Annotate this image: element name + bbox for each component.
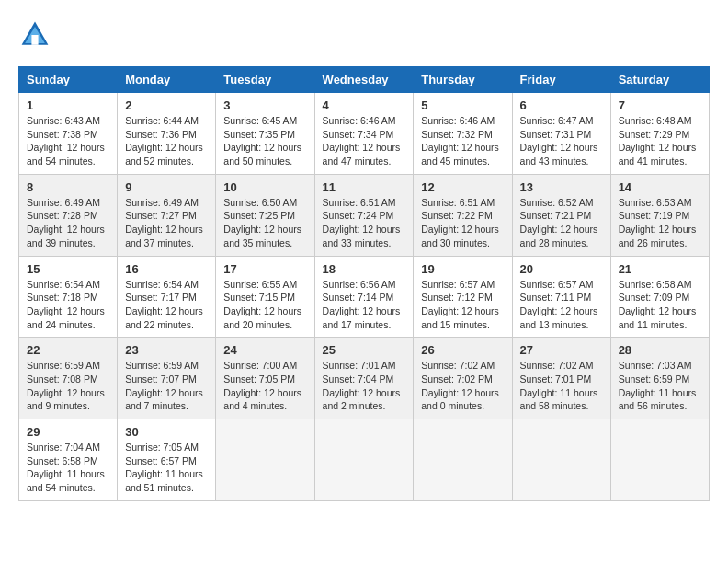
weekday-header-sunday: Sunday bbox=[19, 67, 118, 93]
calendar-cell bbox=[610, 419, 709, 501]
logo bbox=[18, 18, 57, 52]
day-number: 3 bbox=[223, 98, 306, 112]
weekday-header-row: SundayMondayTuesdayWednesdayThursdayFrid… bbox=[19, 67, 710, 93]
day-info: Sunrise: 7:03 AM Sunset: 6:59 PM Dayligh… bbox=[619, 359, 701, 413]
day-number: 17 bbox=[223, 262, 306, 276]
day-info: Sunrise: 6:49 AM Sunset: 7:28 PM Dayligh… bbox=[27, 196, 109, 250]
day-number: 26 bbox=[421, 343, 504, 357]
calendar-cell bbox=[512, 419, 610, 501]
day-info: Sunrise: 7:02 AM Sunset: 7:02 PM Dayligh… bbox=[421, 359, 504, 413]
day-info: Sunrise: 6:54 AM Sunset: 7:18 PM Dayligh… bbox=[27, 278, 109, 332]
day-info: Sunrise: 6:51 AM Sunset: 7:22 PM Dayligh… bbox=[421, 196, 504, 250]
calendar-cell: 21Sunrise: 6:58 AM Sunset: 7:09 PM Dayli… bbox=[610, 256, 709, 338]
calendar-cell bbox=[314, 419, 414, 501]
weekday-header-thursday: Thursday bbox=[414, 67, 512, 93]
calendar-cell: 3Sunrise: 6:45 AM Sunset: 7:35 PM Daylig… bbox=[216, 93, 314, 175]
day-number: 5 bbox=[421, 98, 504, 112]
day-number: 20 bbox=[520, 262, 603, 276]
day-number: 21 bbox=[619, 262, 701, 276]
calendar-cell: 17Sunrise: 6:55 AM Sunset: 7:15 PM Dayli… bbox=[216, 256, 314, 338]
day-info: Sunrise: 6:57 AM Sunset: 7:12 PM Dayligh… bbox=[421, 278, 504, 332]
calendar-cell: 10Sunrise: 6:50 AM Sunset: 7:25 PM Dayli… bbox=[216, 174, 314, 256]
day-number: 8 bbox=[27, 180, 109, 194]
day-number: 25 bbox=[323, 343, 406, 357]
calendar-week-row: 15Sunrise: 6:54 AM Sunset: 7:18 PM Dayli… bbox=[19, 256, 710, 338]
day-number: 30 bbox=[125, 425, 208, 439]
day-info: Sunrise: 6:45 AM Sunset: 7:35 PM Dayligh… bbox=[223, 114, 306, 168]
calendar-cell: 16Sunrise: 6:54 AM Sunset: 7:17 PM Dayli… bbox=[118, 256, 216, 338]
calendar-cell: 4Sunrise: 6:46 AM Sunset: 7:34 PM Daylig… bbox=[314, 93, 414, 175]
day-info: Sunrise: 6:46 AM Sunset: 7:32 PM Dayligh… bbox=[421, 114, 504, 168]
day-info: Sunrise: 6:51 AM Sunset: 7:24 PM Dayligh… bbox=[323, 196, 406, 250]
calendar-cell bbox=[414, 419, 512, 501]
weekday-header-monday: Monday bbox=[118, 67, 216, 93]
day-info: Sunrise: 6:59 AM Sunset: 7:07 PM Dayligh… bbox=[125, 359, 208, 413]
calendar-header: SundayMondayTuesdayWednesdayThursdayFrid… bbox=[19, 67, 710, 93]
calendar-cell: 22Sunrise: 6:59 AM Sunset: 7:08 PM Dayli… bbox=[19, 338, 118, 419]
calendar-week-row: 8Sunrise: 6:49 AM Sunset: 7:28 PM Daylig… bbox=[19, 174, 710, 256]
calendar-cell: 29Sunrise: 7:04 AM Sunset: 6:58 PM Dayli… bbox=[19, 419, 118, 501]
day-number: 22 bbox=[27, 343, 109, 357]
day-info: Sunrise: 6:48 AM Sunset: 7:29 PM Dayligh… bbox=[619, 114, 701, 168]
calendar-cell bbox=[216, 419, 314, 501]
day-number: 24 bbox=[223, 343, 306, 357]
calendar-cell: 24Sunrise: 7:00 AM Sunset: 7:05 PM Dayli… bbox=[216, 338, 314, 419]
day-info: Sunrise: 6:46 AM Sunset: 7:34 PM Dayligh… bbox=[323, 114, 406, 168]
day-info: Sunrise: 6:43 AM Sunset: 7:38 PM Dayligh… bbox=[27, 114, 109, 168]
day-number: 4 bbox=[323, 98, 406, 112]
calendar-table: SundayMondayTuesdayWednesdayThursdayFrid… bbox=[18, 66, 710, 501]
day-info: Sunrise: 6:50 AM Sunset: 7:25 PM Dayligh… bbox=[223, 196, 306, 250]
calendar-cell: 19Sunrise: 6:57 AM Sunset: 7:12 PM Dayli… bbox=[414, 256, 512, 338]
calendar-cell: 18Sunrise: 6:56 AM Sunset: 7:14 PM Dayli… bbox=[314, 256, 414, 338]
day-number: 28 bbox=[619, 343, 701, 357]
calendar-cell: 15Sunrise: 6:54 AM Sunset: 7:18 PM Dayli… bbox=[19, 256, 118, 338]
day-number: 6 bbox=[520, 98, 603, 112]
day-number: 10 bbox=[223, 180, 306, 194]
calendar-cell: 25Sunrise: 7:01 AM Sunset: 7:04 PM Dayli… bbox=[314, 338, 414, 419]
day-info: Sunrise: 7:05 AM Sunset: 6:57 PM Dayligh… bbox=[125, 441, 208, 495]
day-number: 1 bbox=[27, 98, 109, 112]
calendar-cell: 28Sunrise: 7:03 AM Sunset: 6:59 PM Dayli… bbox=[610, 338, 709, 419]
calendar-cell: 2Sunrise: 6:44 AM Sunset: 7:36 PM Daylig… bbox=[118, 93, 216, 175]
day-info: Sunrise: 6:52 AM Sunset: 7:21 PM Dayligh… bbox=[520, 196, 603, 250]
day-info: Sunrise: 6:47 AM Sunset: 7:31 PM Dayligh… bbox=[520, 114, 603, 168]
day-info: Sunrise: 6:57 AM Sunset: 7:11 PM Dayligh… bbox=[520, 278, 603, 332]
day-number: 23 bbox=[125, 343, 208, 357]
calendar-cell: 27Sunrise: 7:02 AM Sunset: 7:01 PM Dayli… bbox=[512, 338, 610, 419]
day-info: Sunrise: 6:59 AM Sunset: 7:08 PM Dayligh… bbox=[27, 359, 109, 413]
day-number: 19 bbox=[421, 262, 504, 276]
calendar-cell: 13Sunrise: 6:52 AM Sunset: 7:21 PM Dayli… bbox=[512, 174, 610, 256]
day-number: 29 bbox=[27, 425, 109, 439]
day-number: 27 bbox=[520, 343, 603, 357]
calendar-cell: 30Sunrise: 7:05 AM Sunset: 6:57 PM Dayli… bbox=[118, 419, 216, 501]
calendar-week-row: 22Sunrise: 6:59 AM Sunset: 7:08 PM Dayli… bbox=[19, 338, 710, 419]
day-info: Sunrise: 6:53 AM Sunset: 7:19 PM Dayligh… bbox=[619, 196, 701, 250]
day-info: Sunrise: 6:44 AM Sunset: 7:36 PM Dayligh… bbox=[125, 114, 208, 168]
day-number: 2 bbox=[125, 98, 208, 112]
day-number: 16 bbox=[125, 262, 208, 276]
weekday-header-tuesday: Tuesday bbox=[216, 67, 314, 93]
calendar-week-row: 29Sunrise: 7:04 AM Sunset: 6:58 PM Dayli… bbox=[19, 419, 710, 501]
calendar-cell: 26Sunrise: 7:02 AM Sunset: 7:02 PM Dayli… bbox=[414, 338, 512, 419]
calendar-cell: 6Sunrise: 6:47 AM Sunset: 7:31 PM Daylig… bbox=[512, 93, 610, 175]
day-info: Sunrise: 6:56 AM Sunset: 7:14 PM Dayligh… bbox=[323, 278, 406, 332]
day-number: 7 bbox=[619, 98, 701, 112]
day-info: Sunrise: 6:58 AM Sunset: 7:09 PM Dayligh… bbox=[619, 278, 701, 332]
weekday-header-saturday: Saturday bbox=[610, 67, 709, 93]
day-info: Sunrise: 6:55 AM Sunset: 7:15 PM Dayligh… bbox=[223, 278, 306, 332]
calendar-cell: 8Sunrise: 6:49 AM Sunset: 7:28 PM Daylig… bbox=[19, 174, 118, 256]
weekday-header-wednesday: Wednesday bbox=[314, 67, 414, 93]
day-number: 18 bbox=[323, 262, 406, 276]
day-number: 14 bbox=[619, 180, 701, 194]
day-number: 12 bbox=[421, 180, 504, 194]
day-number: 13 bbox=[520, 180, 603, 194]
day-info: Sunrise: 7:02 AM Sunset: 7:01 PM Dayligh… bbox=[520, 359, 603, 413]
day-info: Sunrise: 6:49 AM Sunset: 7:27 PM Dayligh… bbox=[125, 196, 208, 250]
day-number: 9 bbox=[125, 180, 208, 194]
day-info: Sunrise: 7:04 AM Sunset: 6:58 PM Dayligh… bbox=[27, 441, 109, 495]
calendar-week-row: 1Sunrise: 6:43 AM Sunset: 7:38 PM Daylig… bbox=[19, 93, 710, 175]
day-info: Sunrise: 6:54 AM Sunset: 7:17 PM Dayligh… bbox=[125, 278, 208, 332]
day-number: 11 bbox=[323, 180, 406, 194]
weekday-header-friday: Friday bbox=[512, 67, 610, 93]
calendar-cell: 11Sunrise: 6:51 AM Sunset: 7:24 PM Dayli… bbox=[314, 174, 414, 256]
